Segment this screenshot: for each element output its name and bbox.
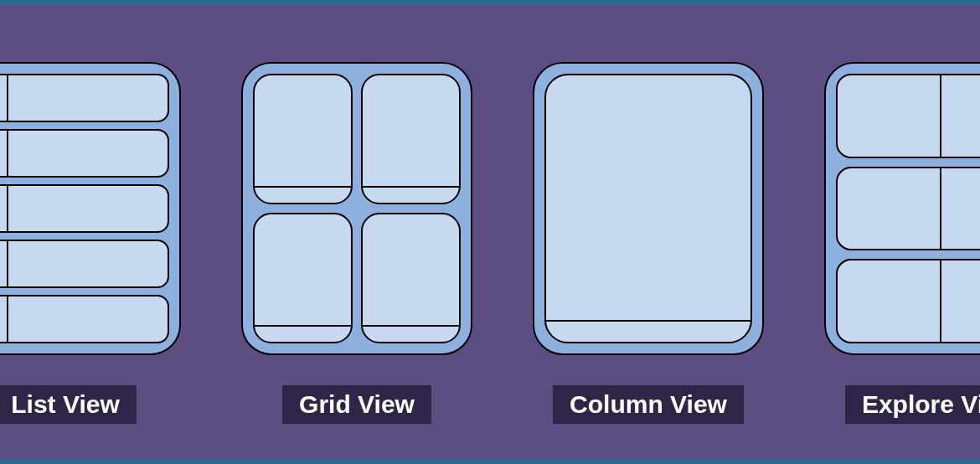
explore-row <box>836 259 980 343</box>
explore-view-tile <box>824 62 980 355</box>
list-row <box>0 184 169 233</box>
view-option-explore[interactable]: Explore View <box>824 62 980 424</box>
grid-view-icon <box>253 74 461 343</box>
view-label-list: List View <box>0 385 137 424</box>
grid-cell <box>253 74 353 204</box>
list-row <box>0 295 169 343</box>
list-row <box>0 74 169 122</box>
view-option-column[interactable]: Column View <box>533 62 764 424</box>
column-view-icon <box>544 74 752 343</box>
view-label-explore: Explore View <box>845 385 980 424</box>
grid-cell <box>361 74 461 204</box>
list-view-tile <box>0 62 181 355</box>
view-label-grid: Grid View <box>282 385 431 424</box>
list-row <box>0 129 169 178</box>
list-view-icon <box>0 74 169 343</box>
grid-cell <box>253 213 353 343</box>
explore-row <box>836 167 980 251</box>
explore-row <box>836 74 980 158</box>
list-row <box>0 240 169 288</box>
view-option-grid[interactable]: Grid View <box>241 62 472 424</box>
grid-view-tile <box>241 62 472 355</box>
explore-view-icon <box>836 74 980 343</box>
column-cell <box>544 74 752 343</box>
view-label-column: Column View <box>553 385 744 424</box>
column-view-tile <box>533 62 764 355</box>
view-options-row: List View Grid View Column View <box>0 5 980 424</box>
view-option-list[interactable]: List View <box>0 62 181 424</box>
grid-cell <box>361 213 461 343</box>
